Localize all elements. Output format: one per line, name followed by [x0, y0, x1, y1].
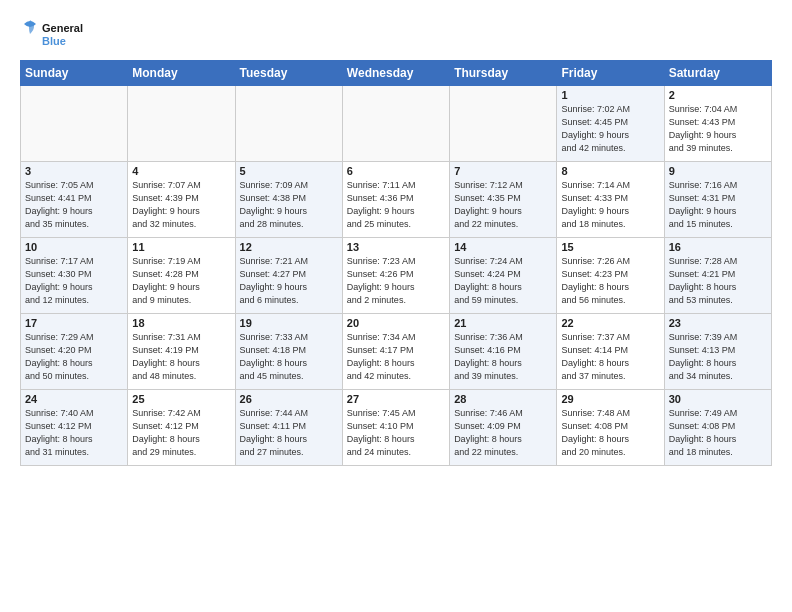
- day-info: Sunrise: 7:07 AM Sunset: 4:39 PM Dayligh…: [132, 179, 230, 231]
- day-number: 12: [240, 241, 338, 253]
- calendar-cell: 25Sunrise: 7:42 AM Sunset: 4:12 PM Dayli…: [128, 390, 235, 466]
- day-number: 2: [669, 89, 767, 101]
- day-number: 8: [561, 165, 659, 177]
- logo-svg: General Blue: [20, 16, 100, 52]
- calendar-cell: 2Sunrise: 7:04 AM Sunset: 4:43 PM Daylig…: [664, 86, 771, 162]
- svg-text:General: General: [42, 22, 83, 34]
- day-info: Sunrise: 7:39 AM Sunset: 4:13 PM Dayligh…: [669, 331, 767, 383]
- day-number: 29: [561, 393, 659, 405]
- day-info: Sunrise: 7:29 AM Sunset: 4:20 PM Dayligh…: [25, 331, 123, 383]
- day-info: Sunrise: 7:40 AM Sunset: 4:12 PM Dayligh…: [25, 407, 123, 459]
- logo: General Blue: [20, 16, 100, 52]
- weekday-header-row: SundayMondayTuesdayWednesdayThursdayFrid…: [21, 61, 772, 86]
- day-number: 16: [669, 241, 767, 253]
- day-info: Sunrise: 7:09 AM Sunset: 4:38 PM Dayligh…: [240, 179, 338, 231]
- day-number: 26: [240, 393, 338, 405]
- calendar-cell: [450, 86, 557, 162]
- calendar-cell: [128, 86, 235, 162]
- day-info: Sunrise: 7:12 AM Sunset: 4:35 PM Dayligh…: [454, 179, 552, 231]
- day-info: Sunrise: 7:04 AM Sunset: 4:43 PM Dayligh…: [669, 103, 767, 155]
- week-row-3: 17Sunrise: 7:29 AM Sunset: 4:20 PM Dayli…: [21, 314, 772, 390]
- day-info: Sunrise: 7:02 AM Sunset: 4:45 PM Dayligh…: [561, 103, 659, 155]
- page: General Blue SundayMondayTuesdayWednesda…: [0, 0, 792, 476]
- day-info: Sunrise: 7:44 AM Sunset: 4:11 PM Dayligh…: [240, 407, 338, 459]
- weekday-header-thursday: Thursday: [450, 61, 557, 86]
- calendar-cell: 20Sunrise: 7:34 AM Sunset: 4:17 PM Dayli…: [342, 314, 449, 390]
- day-info: Sunrise: 7:49 AM Sunset: 4:08 PM Dayligh…: [669, 407, 767, 459]
- calendar-cell: 17Sunrise: 7:29 AM Sunset: 4:20 PM Dayli…: [21, 314, 128, 390]
- weekday-header-friday: Friday: [557, 61, 664, 86]
- day-number: 18: [132, 317, 230, 329]
- day-number: 14: [454, 241, 552, 253]
- day-number: 24: [25, 393, 123, 405]
- week-row-1: 3Sunrise: 7:05 AM Sunset: 4:41 PM Daylig…: [21, 162, 772, 238]
- day-info: Sunrise: 7:23 AM Sunset: 4:26 PM Dayligh…: [347, 255, 445, 307]
- calendar-cell: 29Sunrise: 7:48 AM Sunset: 4:08 PM Dayli…: [557, 390, 664, 466]
- day-number: 7: [454, 165, 552, 177]
- calendar-cell: 13Sunrise: 7:23 AM Sunset: 4:26 PM Dayli…: [342, 238, 449, 314]
- day-info: Sunrise: 7:28 AM Sunset: 4:21 PM Dayligh…: [669, 255, 767, 307]
- day-number: 11: [132, 241, 230, 253]
- calendar-cell: 24Sunrise: 7:40 AM Sunset: 4:12 PM Dayli…: [21, 390, 128, 466]
- calendar-cell: 12Sunrise: 7:21 AM Sunset: 4:27 PM Dayli…: [235, 238, 342, 314]
- calendar-cell: 19Sunrise: 7:33 AM Sunset: 4:18 PM Dayli…: [235, 314, 342, 390]
- calendar-cell: 30Sunrise: 7:49 AM Sunset: 4:08 PM Dayli…: [664, 390, 771, 466]
- day-number: 15: [561, 241, 659, 253]
- calendar-cell: 16Sunrise: 7:28 AM Sunset: 4:21 PM Dayli…: [664, 238, 771, 314]
- day-info: Sunrise: 7:21 AM Sunset: 4:27 PM Dayligh…: [240, 255, 338, 307]
- day-number: 9: [669, 165, 767, 177]
- day-info: Sunrise: 7:11 AM Sunset: 4:36 PM Dayligh…: [347, 179, 445, 231]
- calendar-cell: [235, 86, 342, 162]
- weekday-header-saturday: Saturday: [664, 61, 771, 86]
- calendar-cell: 22Sunrise: 7:37 AM Sunset: 4:14 PM Dayli…: [557, 314, 664, 390]
- day-number: 4: [132, 165, 230, 177]
- calendar-cell: 5Sunrise: 7:09 AM Sunset: 4:38 PM Daylig…: [235, 162, 342, 238]
- day-number: 5: [240, 165, 338, 177]
- day-number: 22: [561, 317, 659, 329]
- day-number: 17: [25, 317, 123, 329]
- day-number: 28: [454, 393, 552, 405]
- day-info: Sunrise: 7:37 AM Sunset: 4:14 PM Dayligh…: [561, 331, 659, 383]
- day-info: Sunrise: 7:14 AM Sunset: 4:33 PM Dayligh…: [561, 179, 659, 231]
- calendar-cell: 27Sunrise: 7:45 AM Sunset: 4:10 PM Dayli…: [342, 390, 449, 466]
- calendar-table: SundayMondayTuesdayWednesdayThursdayFrid…: [20, 60, 772, 466]
- day-info: Sunrise: 7:33 AM Sunset: 4:18 PM Dayligh…: [240, 331, 338, 383]
- calendar-cell: 21Sunrise: 7:36 AM Sunset: 4:16 PM Dayli…: [450, 314, 557, 390]
- day-number: 27: [347, 393, 445, 405]
- day-number: 1: [561, 89, 659, 101]
- day-number: 30: [669, 393, 767, 405]
- day-number: 19: [240, 317, 338, 329]
- calendar-cell: 11Sunrise: 7:19 AM Sunset: 4:28 PM Dayli…: [128, 238, 235, 314]
- calendar-cell: 3Sunrise: 7:05 AM Sunset: 4:41 PM Daylig…: [21, 162, 128, 238]
- calendar-cell: 7Sunrise: 7:12 AM Sunset: 4:35 PM Daylig…: [450, 162, 557, 238]
- day-info: Sunrise: 7:05 AM Sunset: 4:41 PM Dayligh…: [25, 179, 123, 231]
- calendar-cell: 8Sunrise: 7:14 AM Sunset: 4:33 PM Daylig…: [557, 162, 664, 238]
- calendar-cell: [342, 86, 449, 162]
- week-row-0: 1Sunrise: 7:02 AM Sunset: 4:45 PM Daylig…: [21, 86, 772, 162]
- day-info: Sunrise: 7:16 AM Sunset: 4:31 PM Dayligh…: [669, 179, 767, 231]
- day-info: Sunrise: 7:36 AM Sunset: 4:16 PM Dayligh…: [454, 331, 552, 383]
- day-number: 6: [347, 165, 445, 177]
- calendar-cell: 14Sunrise: 7:24 AM Sunset: 4:24 PM Dayli…: [450, 238, 557, 314]
- calendar-cell: 15Sunrise: 7:26 AM Sunset: 4:23 PM Dayli…: [557, 238, 664, 314]
- day-number: 20: [347, 317, 445, 329]
- calendar-cell: 28Sunrise: 7:46 AM Sunset: 4:09 PM Dayli…: [450, 390, 557, 466]
- day-info: Sunrise: 7:42 AM Sunset: 4:12 PM Dayligh…: [132, 407, 230, 459]
- day-info: Sunrise: 7:24 AM Sunset: 4:24 PM Dayligh…: [454, 255, 552, 307]
- weekday-header-monday: Monday: [128, 61, 235, 86]
- week-row-2: 10Sunrise: 7:17 AM Sunset: 4:30 PM Dayli…: [21, 238, 772, 314]
- day-info: Sunrise: 7:19 AM Sunset: 4:28 PM Dayligh…: [132, 255, 230, 307]
- day-number: 21: [454, 317, 552, 329]
- svg-text:Blue: Blue: [42, 35, 66, 47]
- week-row-4: 24Sunrise: 7:40 AM Sunset: 4:12 PM Dayli…: [21, 390, 772, 466]
- calendar-cell: 10Sunrise: 7:17 AM Sunset: 4:30 PM Dayli…: [21, 238, 128, 314]
- day-info: Sunrise: 7:48 AM Sunset: 4:08 PM Dayligh…: [561, 407, 659, 459]
- calendar-cell: 23Sunrise: 7:39 AM Sunset: 4:13 PM Dayli…: [664, 314, 771, 390]
- day-number: 23: [669, 317, 767, 329]
- day-number: 3: [25, 165, 123, 177]
- day-info: Sunrise: 7:45 AM Sunset: 4:10 PM Dayligh…: [347, 407, 445, 459]
- calendar-cell: 9Sunrise: 7:16 AM Sunset: 4:31 PM Daylig…: [664, 162, 771, 238]
- day-info: Sunrise: 7:34 AM Sunset: 4:17 PM Dayligh…: [347, 331, 445, 383]
- calendar-cell: 18Sunrise: 7:31 AM Sunset: 4:19 PM Dayli…: [128, 314, 235, 390]
- weekday-header-sunday: Sunday: [21, 61, 128, 86]
